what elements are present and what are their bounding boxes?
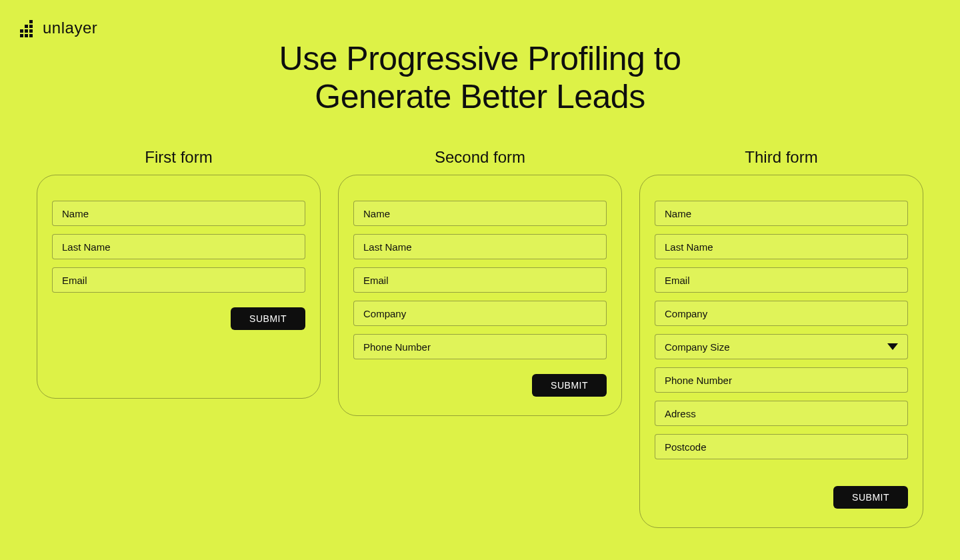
email-field[interactable]: Email — [52, 267, 305, 293]
brand-name: unlayer — [43, 19, 97, 37]
field-label: Email — [62, 275, 87, 286]
postcode-field[interactable]: Postcode — [655, 434, 908, 459]
chevron-down-icon — [887, 343, 898, 350]
form-col-third: Third form Name Last Name Email Company … — [639, 148, 923, 528]
submit-row: SUBMIT — [655, 486, 908, 509]
forms-row: First form Name Last Name Email SUBMIT S… — [0, 148, 960, 528]
field-label: Email — [363, 275, 389, 286]
phone-field[interactable]: Phone Number — [655, 367, 908, 393]
last-name-field[interactable]: Last Name — [353, 234, 607, 259]
form-heading-first: First form — [145, 148, 212, 167]
field-label: Last Name — [665, 241, 713, 253]
phone-field[interactable]: Phone Number — [353, 334, 607, 359]
field-label: Last Name — [363, 241, 412, 253]
email-field[interactable]: Email — [353, 267, 607, 293]
field-label: Phone Number — [665, 375, 732, 386]
title-line-1: Use Progressive Profiling to — [279, 40, 681, 77]
form-heading-third: Third form — [745, 148, 817, 167]
field-label: Last Name — [62, 241, 111, 253]
form-heading-second: Second form — [435, 148, 525, 167]
name-field[interactable]: Name — [52, 201, 305, 226]
submit-row: SUBMIT — [353, 374, 607, 397]
form-card-second: Name Last Name Email Company Phone Numbe… — [338, 175, 622, 416]
company-field[interactable]: Company — [353, 301, 607, 326]
brand-logo: unlayer — [20, 19, 97, 37]
form-col-second: Second form Name Last Name Email Company… — [338, 148, 622, 416]
email-field[interactable]: Email — [655, 267, 908, 293]
address-field[interactable]: Adress — [655, 401, 908, 426]
title-line-2: Generate Better Leads — [315, 78, 645, 115]
field-label: Name — [665, 208, 691, 219]
company-size-select[interactable]: Company Size — [655, 334, 908, 359]
logo-mark-icon — [20, 20, 36, 36]
page-title: Use Progressive Profiling to Generate Be… — [0, 0, 960, 116]
field-label: Phone Number — [363, 341, 431, 353]
svg-marker-0 — [887, 343, 898, 350]
name-field[interactable]: Name — [655, 201, 908, 226]
field-label: Email — [665, 275, 690, 286]
field-label: Postcode — [665, 441, 707, 453]
submit-row: SUBMIT — [52, 307, 305, 330]
field-label: Name — [363, 208, 390, 219]
last-name-field[interactable]: Last Name — [655, 234, 908, 259]
last-name-field[interactable]: Last Name — [52, 234, 305, 259]
field-label: Company Size — [665, 341, 730, 353]
field-label: Adress — [665, 408, 696, 419]
submit-button[interactable]: SUBMIT — [231, 307, 305, 330]
form-card-third: Name Last Name Email Company Company Siz… — [639, 175, 923, 528]
field-label: Name — [62, 208, 89, 219]
submit-button[interactable]: SUBMIT — [532, 374, 607, 397]
form-card-first: Name Last Name Email SUBMIT — [37, 175, 321, 399]
submit-button[interactable]: SUBMIT — [833, 486, 908, 509]
field-label: Company — [665, 308, 707, 319]
field-label: Company — [363, 308, 406, 319]
name-field[interactable]: Name — [353, 201, 607, 226]
company-field[interactable]: Company — [655, 301, 908, 326]
form-col-first: First form Name Last Name Email SUBMIT — [37, 148, 321, 399]
